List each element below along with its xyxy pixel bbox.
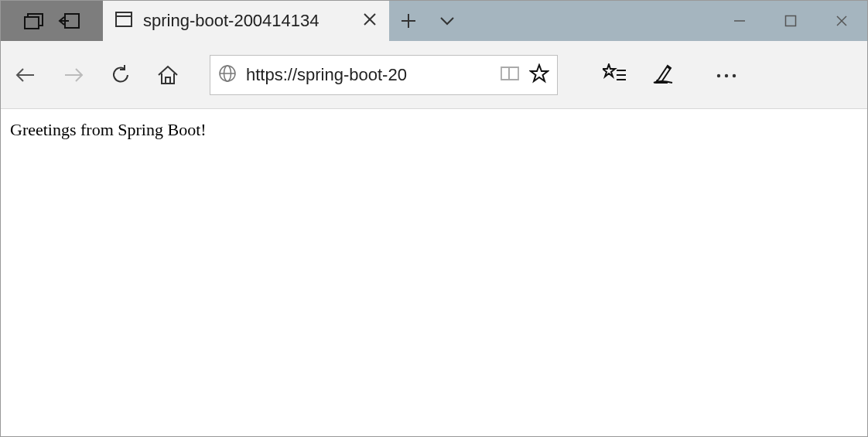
new-tab-button[interactable] bbox=[389, 1, 428, 41]
page-icon bbox=[115, 12, 132, 30]
svg-point-26 bbox=[733, 73, 736, 77]
reading-view-icon[interactable] bbox=[500, 65, 520, 85]
titlebar-left-controls bbox=[1, 1, 103, 41]
svg-point-25 bbox=[725, 73, 728, 77]
back-button[interactable] bbox=[15, 67, 36, 84]
forward-button[interactable] bbox=[63, 67, 84, 84]
tab-title: spring-boot-200414134 bbox=[143, 11, 352, 31]
svg-marker-20 bbox=[603, 64, 615, 77]
refresh-button[interactable] bbox=[111, 65, 131, 85]
url-text[interactable]: https://spring-boot-20 bbox=[246, 65, 490, 85]
svg-marker-19 bbox=[531, 65, 548, 81]
more-menu-icon[interactable] bbox=[716, 68, 737, 82]
favorite-star-icon[interactable] bbox=[529, 63, 549, 87]
svg-rect-0 bbox=[25, 17, 39, 29]
window-titlebar: spring-boot-200414134 bbox=[1, 1, 867, 41]
address-bar[interactable]: https://spring-boot-20 bbox=[210, 55, 558, 95]
page-content: Greetings from Spring Boot! bbox=[1, 109, 867, 151]
site-info-icon[interactable] bbox=[218, 64, 237, 86]
svg-rect-9 bbox=[786, 16, 796, 26]
notes-icon[interactable] bbox=[652, 63, 674, 87]
home-button[interactable] bbox=[157, 65, 179, 85]
browser-tab[interactable]: spring-boot-200414134 bbox=[103, 1, 389, 41]
page-body-text: Greetings from Spring Boot! bbox=[10, 120, 207, 139]
maximize-button[interactable] bbox=[765, 1, 816, 41]
set-aside-tabs-icon[interactable] bbox=[58, 13, 80, 29]
favorites-list-icon[interactable] bbox=[603, 63, 626, 87]
svg-rect-2 bbox=[116, 12, 132, 26]
svg-point-24 bbox=[717, 73, 720, 77]
close-tab-icon[interactable] bbox=[363, 12, 377, 29]
minimize-button[interactable] bbox=[714, 1, 765, 41]
close-window-button[interactable] bbox=[816, 1, 867, 41]
browser-toolbar: https://spring-boot-20 bbox=[1, 41, 867, 109]
tabs-overview-icon[interactable] bbox=[24, 12, 44, 29]
window-controls bbox=[714, 1, 867, 41]
tab-actions-dropdown[interactable] bbox=[428, 1, 466, 41]
svg-rect-14 bbox=[166, 77, 170, 84]
titlebar-rest bbox=[389, 1, 867, 41]
